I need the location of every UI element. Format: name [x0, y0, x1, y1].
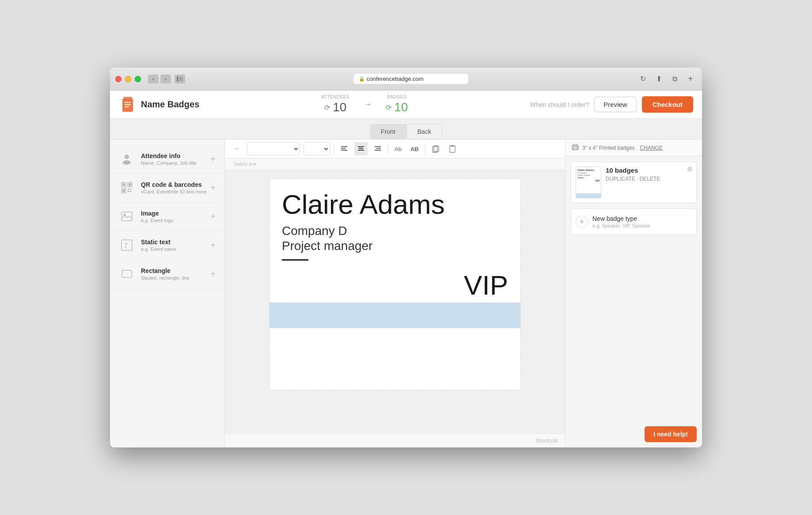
sync-icon: ⟳ [324, 103, 330, 112]
badge-divider-line [282, 259, 308, 261]
sidebar-item-attendee[interactable]: Attendee info Name, Company, Job title + [110, 145, 224, 174]
badges-value: ⟳ 10 [386, 100, 408, 114]
thumb-divider [577, 178, 584, 178]
svg-rect-0 [177, 76, 178, 82]
sidebar-image-add[interactable]: + [210, 212, 216, 222]
paste-btn[interactable] [446, 142, 459, 155]
sidebar-attendee-subtitle: Name, Company, Job title [141, 160, 210, 166]
sidebar-item-image[interactable]: Image e.g. Event logo + [110, 202, 224, 231]
new-badge-subtitle: e.g. Speaker, VIP, Sponsor [592, 223, 650, 228]
safety-line-text: Safety line [234, 161, 256, 167]
font-size-select[interactable] [304, 142, 330, 155]
svg-rect-33 [376, 148, 381, 149]
url-bar[interactable]: 🔒 conferencebadge.com [353, 74, 468, 84]
svg-rect-19 [128, 191, 129, 192]
url-bar-container: 🔒 conferencebadge.com [185, 74, 637, 84]
preview-button[interactable]: Preview [594, 97, 636, 112]
sidebar-toggle-button[interactable] [175, 75, 185, 83]
app-logo: Name Badges [119, 96, 199, 114]
badge-type-card[interactable]: Claire Adams Company D Project manager V… [571, 162, 697, 203]
sidebar-text-info: Static text e.g. Event name [141, 239, 210, 252]
align-right-btn[interactable] [371, 142, 384, 155]
align-left-btn[interactable] [338, 142, 351, 155]
sidebar: Attendee info Name, Company, Job title + [110, 140, 225, 447]
svg-text:T: T [124, 242, 128, 249]
tab-front[interactable]: Front [370, 124, 406, 139]
new-tab-button[interactable]: + [684, 73, 697, 85]
badge-canvas[interactable]: Claire Adams Company D Project manager V… [269, 178, 521, 390]
badge-type-actions: DUPLICATE · DELETE [606, 176, 692, 182]
print-info-bar: 3" x 4" Printed badges CHANGE [565, 140, 702, 156]
lock-icon: 🔒 [359, 76, 365, 82]
help-button[interactable]: I need help! [645, 426, 697, 442]
align-center-btn[interactable] [354, 142, 368, 155]
nav-buttons: ‹ › [148, 75, 185, 83]
text-normal-btn[interactable]: Ab [392, 142, 404, 155]
svg-rect-17 [128, 189, 129, 190]
window-controls [115, 76, 141, 82]
help-button-wrapper: I need help! [565, 421, 702, 447]
sidebar-text-title: Static text [141, 239, 210, 246]
sidebar-image-info: Image e.g. Event logo [141, 210, 210, 223]
thumb-title: Project manager [577, 174, 600, 176]
badges-count: 10 [394, 100, 408, 114]
close-button[interactable] [115, 76, 121, 82]
maximize-button[interactable] [135, 76, 141, 82]
font-minus-btn[interactable]: − [230, 142, 243, 155]
svg-rect-26 [341, 146, 347, 147]
sidebar-attendee-add[interactable]: + [210, 154, 216, 164]
badge-count: 10 badges [606, 167, 692, 174]
sidebar-text-add[interactable]: + [210, 240, 216, 250]
svg-rect-37 [450, 146, 455, 152]
qr-icon [119, 180, 135, 196]
canvas-shortcuts: Shortcuts [225, 434, 565, 447]
forward-button[interactable]: › [160, 75, 171, 83]
refresh-button[interactable]: ↻ [637, 73, 649, 85]
duplicate-tab-button[interactable]: ⧉ [668, 73, 681, 85]
canvas-scroll[interactable]: Claire Adams Company D Project manager V… [225, 170, 565, 434]
header-stats: ATTENDEES ⟳ 10 → BADGES ⟳ 10 [199, 95, 530, 114]
sidebar-item-qr[interactable]: QR code & barcodes vCard, Eventbrite ID … [110, 174, 224, 202]
sidebar-item-rect[interactable]: Rectangle Square, rectangle, line + [110, 260, 224, 288]
svg-point-42 [577, 147, 578, 148]
delete-link[interactable]: DELETE [639, 176, 660, 182]
attendees-label: ATTENDEES [321, 95, 349, 99]
canvas-area: − [225, 140, 565, 447]
sidebar-text-subtitle: e.g. Event name [141, 246, 210, 252]
sidebar-item-text[interactable]: T Static text e.g. Event name + [110, 231, 224, 260]
sidebar-qr-subtitle: vCard, Eventbrite ID and more [141, 189, 210, 194]
badge-type-info: 10 badges DUPLICATE · DELETE [606, 167, 692, 182]
font-family-select[interactable] [247, 142, 300, 155]
svg-rect-28 [341, 150, 347, 151]
svg-rect-21 [121, 212, 132, 221]
attendees-value: ⟳ 10 [324, 100, 346, 114]
checkout-button[interactable]: Checkout [642, 96, 693, 113]
sidebar-rect-add[interactable]: + [210, 269, 216, 279]
app-header: Name Badges ATTENDEES ⟳ 10 → BADGES ⟳ 10… [110, 91, 702, 119]
duplicate-link[interactable]: DUPLICATE [606, 176, 635, 182]
arrow-icon: → [364, 100, 372, 109]
rect-icon [119, 266, 135, 282]
svg-rect-6 [125, 102, 131, 103]
tab-back[interactable]: Back [406, 124, 442, 139]
text-upper-btn[interactable]: AB [408, 142, 421, 155]
svg-rect-29 [358, 146, 364, 147]
copy-style-btn[interactable] [429, 142, 442, 155]
svg-rect-18 [130, 189, 131, 190]
svg-rect-31 [358, 150, 364, 151]
new-badge-card[interactable]: + New badge type e.g. Speaker, VIP, Spon… [571, 208, 697, 235]
svg-rect-27 [341, 148, 345, 149]
badge-sync-icon: ⟳ [386, 103, 391, 112]
sidebar-rect-title: Rectangle [141, 267, 210, 274]
share-button[interactable]: ⬆ [653, 73, 665, 85]
order-hint: When should I order? [530, 101, 589, 108]
sidebar-qr-add[interactable]: + [210, 183, 216, 193]
back-button[interactable]: ‹ [148, 75, 159, 83]
svg-rect-3 [179, 80, 183, 81]
badge-name-text: Claire Adams [282, 189, 508, 220]
minimize-button[interactable] [125, 76, 131, 82]
header-actions: When should I order? Preview Checkout [530, 96, 693, 113]
change-link[interactable]: CHANGE [640, 145, 663, 151]
gear-icon[interactable]: ⚙ [687, 166, 693, 173]
svg-rect-34 [375, 150, 381, 151]
